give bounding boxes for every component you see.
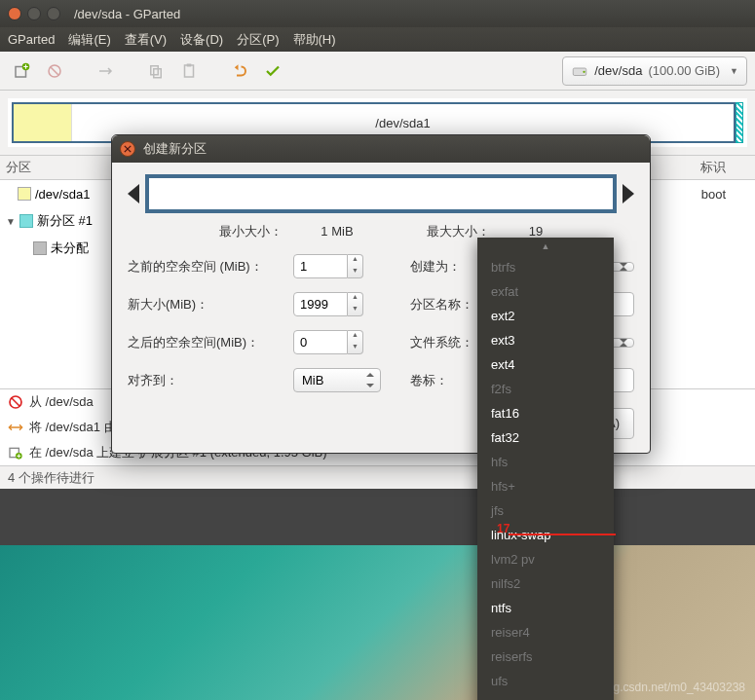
menubar: GParted 编辑(E) 查看(V) 设备(D) 分区(P) 帮助(H) xyxy=(0,27,755,52)
scroll-up-icon[interactable]: ▲ xyxy=(477,241,614,255)
new-size-label: 新大小(MiB)： xyxy=(128,296,293,313)
min-size-label: 最小大小： xyxy=(219,224,283,239)
fs-option-ext3[interactable]: ext3 xyxy=(477,328,614,352)
menu-device[interactable]: 设备(D) xyxy=(180,31,223,49)
operation-text: 从 /dev/sda xyxy=(29,393,94,411)
drive-icon xyxy=(571,62,588,80)
status-bar: 4 个操作待进行 xyxy=(0,465,755,489)
align-combo[interactable]: MiB xyxy=(293,368,381,392)
apply-button[interactable] xyxy=(259,57,286,85)
free-before-field[interactable] xyxy=(293,254,348,278)
fs-option-fat16[interactable]: fat16 xyxy=(477,401,614,425)
align-label: 对齐到： xyxy=(128,372,293,389)
status-text: 4 个操作待进行 xyxy=(8,469,94,487)
new-size-field[interactable] xyxy=(293,292,348,316)
window-close-button[interactable] xyxy=(8,7,21,20)
slider-track[interactable] xyxy=(145,174,617,213)
fs-option-ext4[interactable]: ext4 xyxy=(477,352,614,377)
partition-name: 未分配 xyxy=(51,239,89,257)
partition-name: 新分区 #1 xyxy=(37,212,93,230)
menu-view[interactable]: 查看(V) xyxy=(125,31,167,49)
fs-option-hfs: hfs+ xyxy=(477,474,614,498)
svg-rect-6 xyxy=(187,63,192,66)
slider-right-icon[interactable] xyxy=(623,184,634,203)
fs-option-reiserfs: reiserfs xyxy=(477,645,614,669)
menu-edit[interactable]: 编辑(E) xyxy=(68,31,110,49)
free-before-input[interactable]: ▲▼ xyxy=(293,254,381,278)
partition-color-icon xyxy=(19,214,33,228)
menu-help[interactable]: 帮助(H) xyxy=(293,31,336,49)
toolbar: /dev/sda (100.00 GiB) ▼ xyxy=(0,52,755,91)
device-selector[interactable]: /dev/sda (100.00 GiB) ▼ xyxy=(562,56,747,86)
menu-partition[interactable]: 分区(P) xyxy=(237,31,279,49)
fs-option-reiser4: reiser4 xyxy=(477,620,614,645)
svg-rect-5 xyxy=(185,65,194,77)
partition-used-region xyxy=(14,104,72,141)
window-title: /dev/sda - GParted xyxy=(74,7,180,21)
partition-name: /dev/sda1 xyxy=(35,187,90,202)
slider-left-icon[interactable] xyxy=(128,184,139,203)
fs-option-ufs: ufs xyxy=(477,669,614,693)
window-minimize-button[interactable] xyxy=(27,7,41,20)
resize-button xyxy=(92,57,119,85)
free-after-field[interactable] xyxy=(293,330,348,354)
min-size-value: 1 MiB xyxy=(321,224,353,239)
fs-option-f2fs: f2fs xyxy=(477,377,614,401)
free-after-label: 之后的空余空间(MiB)： xyxy=(128,334,293,351)
copy-button xyxy=(142,57,170,85)
partition-color-icon xyxy=(18,187,31,201)
unallocated-region xyxy=(736,102,743,143)
dialog-close-button[interactable] xyxy=(120,141,135,157)
fs-option-nilfs2: nilfs2 xyxy=(477,571,614,596)
fs-option-xfs: xfs xyxy=(477,693,614,700)
menu-gparted[interactable]: GParted xyxy=(8,32,55,47)
dialog-titlebar: 创建新分区 xyxy=(112,135,650,163)
filesystem-dropdown[interactable]: ▲ btrfsexfatext2ext3ext4f2fsfat16fat32hf… xyxy=(477,238,614,700)
fs-option-lvm2pv: lvm2 pv xyxy=(477,547,614,571)
chevron-down-icon: ▼ xyxy=(730,66,738,76)
fs-option-ext2[interactable]: ext2 xyxy=(477,304,614,328)
device-size: (100.00 GiB) xyxy=(648,63,720,78)
desktop-background xyxy=(0,545,755,700)
expand-icon[interactable]: ▼ xyxy=(6,216,16,227)
fs-option-fat32[interactable]: fat32 xyxy=(477,425,614,450)
undo-button[interactable] xyxy=(226,57,253,85)
fs-option-hfs: hfs xyxy=(477,450,614,474)
paste-button xyxy=(175,57,203,85)
resize-icon xyxy=(8,420,23,435)
new-size-input[interactable]: ▲▼ xyxy=(293,292,381,316)
forbid-icon xyxy=(8,394,23,410)
annotation-underline xyxy=(509,534,616,535)
fs-option-jfs: jfs xyxy=(477,498,614,523)
fs-option-ntfs[interactable]: ntfs xyxy=(477,596,614,620)
device-name: /dev/sda xyxy=(594,63,642,78)
free-before-label: 之前的空余空间 (MiB)： xyxy=(128,258,293,276)
window-maximize-button[interactable] xyxy=(47,7,60,20)
fs-option-btrfs: btrfs xyxy=(477,255,614,279)
create-icon xyxy=(8,445,23,461)
delete-button xyxy=(41,57,68,85)
svg-point-8 xyxy=(584,70,585,72)
max-size-value: 19 xyxy=(529,224,543,239)
titlebar: /dev/sda - GParted xyxy=(0,0,755,27)
partition-color-icon xyxy=(33,241,47,255)
max-size-label: 最大大小： xyxy=(427,224,490,239)
new-partition-button[interactable] xyxy=(8,57,35,85)
size-slider[interactable] xyxy=(128,174,634,213)
dialog-title: 创建新分区 xyxy=(143,140,207,158)
free-after-input[interactable]: ▲▼ xyxy=(293,330,381,354)
fs-option-exfat: exfat xyxy=(477,279,614,304)
